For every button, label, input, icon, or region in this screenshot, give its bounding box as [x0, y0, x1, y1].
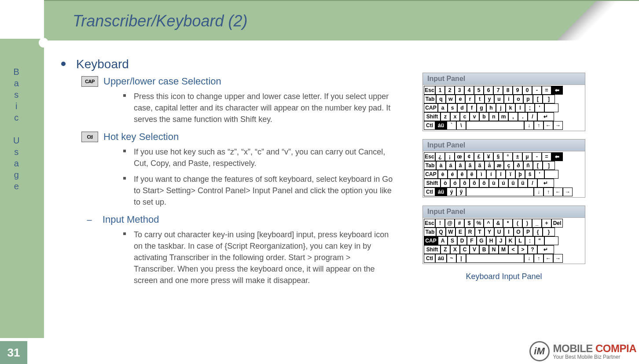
key: B [479, 245, 489, 254]
key: ¡ [445, 152, 455, 161]
key: p [523, 95, 533, 103]
keyboard-2: Esc¿¡œ¢£¥§°±µ-=⬅Tabàáâãäåæçðñ[]CAPèéêëìí… [423, 151, 585, 197]
key: = [542, 86, 551, 95]
key: [ [533, 95, 543, 103]
key: g [477, 103, 486, 112]
key: Del [551, 219, 563, 228]
key: ë [467, 170, 477, 179]
key: ↓ [524, 121, 534, 130]
key: ⬅ [551, 152, 563, 161]
key: ↵ [537, 112, 554, 121]
key: . [518, 112, 528, 121]
key: H [486, 236, 496, 245]
key: F [467, 236, 477, 245]
key: n [489, 112, 499, 121]
key: áü [435, 254, 447, 263]
key: X [450, 245, 460, 254]
key: ; [525, 103, 535, 112]
key: ? [528, 245, 537, 254]
keyboard-row: Shiftzxcvbnm,./↵ [424, 112, 584, 121]
key [466, 254, 524, 263]
logo-tagline: Your Best Mobile Biz Partner [553, 354, 637, 360]
key: a [438, 103, 448, 112]
key: R [465, 228, 475, 236]
keyboard-row: Ctláü~|↓↑←→ [424, 254, 584, 263]
key [544, 103, 558, 112]
key: Tab [424, 95, 436, 103]
key: K [506, 236, 515, 245]
key: 2 [445, 86, 455, 95]
key: é [448, 170, 457, 179]
key: & [493, 219, 503, 228]
key: [ [533, 161, 543, 170]
key [544, 236, 558, 245]
key: w [446, 95, 455, 103]
key: $ [464, 219, 474, 228]
body-text: Press this icon to change upper and lowe… [134, 91, 393, 125]
key: 5 [474, 86, 484, 95]
heading-row: Keyboard [51, 57, 403, 71]
key: ↑ [534, 121, 544, 130]
key: 8 [503, 86, 513, 95]
key: G [477, 236, 486, 245]
key: 4 [464, 86, 474, 95]
key: õ [470, 179, 479, 188]
key: > [518, 245, 528, 254]
square-bullet-icon [123, 177, 126, 180]
key: ⬅ [551, 86, 563, 95]
key [466, 188, 534, 196]
key: M [499, 245, 508, 254]
key: = [542, 152, 551, 161]
key: 9 [513, 86, 522, 95]
key: → [563, 188, 573, 196]
key [544, 170, 558, 179]
key: ! [435, 219, 445, 228]
key: Z [441, 245, 450, 254]
page-number: 31 [0, 341, 27, 364]
key: ú [499, 179, 508, 188]
keyboard-row: Shiftòóôõöùúûü/↵ [424, 179, 584, 188]
key: £ [474, 152, 484, 161]
key: \ [456, 121, 466, 130]
keyboard-row: Ctláü`\↓↑←→ [424, 121, 584, 130]
key: š [525, 170, 535, 179]
key: ¿ [435, 152, 445, 161]
section-header: Ctl Hot key Selection [81, 131, 403, 143]
section-title: Hot key Selection [103, 131, 179, 143]
keyboard-row: Esc¿¡œ¢£¥§°±µ-=⬅ [424, 152, 584, 161]
section-title: Upper/lower case Selection [103, 76, 221, 87]
key: : [525, 236, 535, 245]
key: ↓ [524, 254, 534, 263]
section-header: CAP Upper/lower case Selection [81, 76, 403, 87]
slide-page: Transcriber/Keyboard (2) B a s i c U s a… [0, 0, 639, 364]
key: V [470, 245, 479, 254]
key: @ [445, 219, 455, 228]
logo-text: MOBILE COMPIA Your Best Mobile Biz Partn… [553, 342, 637, 360]
keyboard-row: Tabqwertyuiop[] [424, 95, 584, 103]
input-panel-3: Input Panel Esc!@#$%^&*()_+DelTabQWERTYU… [422, 206, 585, 264]
heading: Keyboard [76, 57, 129, 71]
key: f [467, 103, 477, 112]
key: _ [532, 219, 542, 228]
key: o [514, 95, 523, 103]
key: ô [460, 179, 470, 188]
key: , [508, 112, 518, 121]
key: } [543, 228, 555, 236]
panel-title: Input Panel [423, 206, 585, 218]
key: ä [475, 161, 485, 170]
body-text: To carry out character key-in using [key… [134, 229, 393, 286]
key: ↑ [544, 188, 553, 196]
keyboard-1: Esc1234567890-=⬅Tabqwertyuiop[]CAPasdfgh… [423, 85, 585, 131]
key: ÿ [456, 188, 466, 196]
key: ↵ [537, 179, 554, 188]
key: ù [489, 179, 499, 188]
key: î [496, 170, 506, 179]
keyboard-panels: Input Panel Esc1234567890-=⬅Tabqwertyuio… [422, 73, 585, 281]
key: ü [518, 179, 528, 188]
key: ← [544, 121, 553, 130]
key: W [446, 228, 455, 236]
key: h [486, 103, 496, 112]
ctl-icon: Ctl [81, 132, 98, 142]
key: + [542, 219, 551, 228]
section-title: Input Method [103, 214, 159, 225]
